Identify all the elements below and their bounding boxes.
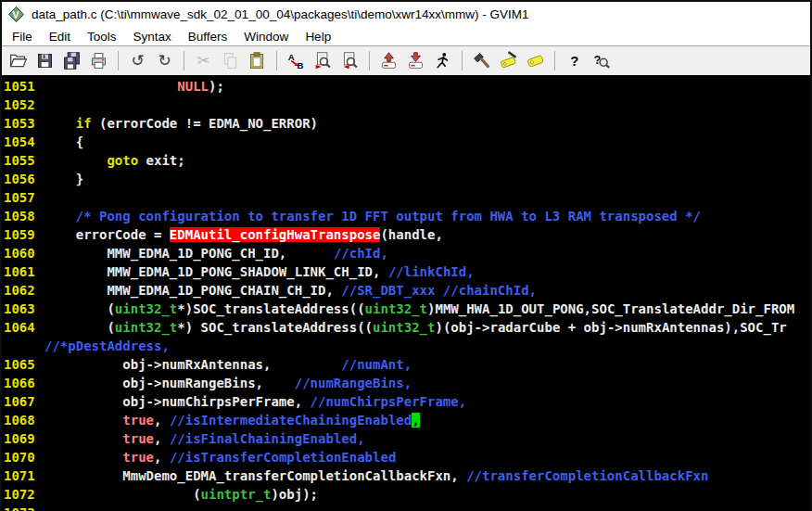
toolbar-button-save[interactable] [32,49,57,72]
toolbar-button-open[interactable] [6,49,31,72]
code-segment: //isIntermediateChainingEnabled [170,413,412,428]
code-area[interactable]: 1051 NULL);10521053 if (errorCode != EDM… [2,75,810,511]
toolbar-button-help[interactable]: ? [562,49,587,72]
line-number: 1069 [4,429,44,448]
run-script-icon [433,51,452,70]
line-number: 1066 [4,374,44,392]
code-segment: //numAnt, [341,357,412,372]
load-session-icon [379,51,399,70]
toolbar-button-run-script[interactable] [430,49,455,72]
toolbar-button-find-prev[interactable] [337,49,362,72]
code-segment: obj->numRangeBins, [44,376,295,390]
code-segment [44,209,76,224]
code-segment: errorCode = [44,227,170,242]
toolbar-button-jump-tag[interactable] [523,49,548,72]
toolbar-button-find-replace[interactable]: AB [284,49,309,72]
code-line: 1059 errorCode = EDMAutil_configHwaTrans… [2,225,810,244]
code-line: 1064 (uint32_t*) SOC_translateAddress((u… [2,318,810,337]
open-icon [8,51,28,70]
code-segment: //linkChId, [388,264,475,279]
toolbar-button-redo[interactable]: ↻ [152,49,177,72]
code-segment [44,116,76,131]
line-number: 1055 [4,151,44,170]
code-segment: goto [107,153,138,168]
menu-item-tools[interactable]: Tools [79,28,125,45]
code-line: 1053 if (errorCode != EDMA_NO_ERROR) [2,114,810,133]
code-segment: obj->numChirpsPerFrame, [44,394,311,409]
toolbar-button-save-session[interactable] [403,49,428,72]
code-segment: //numRangeBins, [295,376,412,390]
code-segment: //SR_DBT_xxx //chainChId, [341,283,537,298]
code-line: 1072 (uintptr_t)obj); [2,485,810,504]
line-number: 1062 [4,281,44,300]
code-segment [44,413,122,428]
line-number: 1064 [4,318,44,337]
code-segment: )(obj->radarCube + obj->numRxAntennas),S… [435,320,786,335]
code-line: 1055 goto exit; [2,151,810,170]
code-segment: , [154,413,170,428]
code-segment: uint32_t [365,301,427,316]
toolbar-button-load-session[interactable] [376,49,401,72]
code-segment: } [44,172,83,186]
code-segment [44,153,107,168]
toolbar-button-find-next[interactable] [311,49,336,72]
toolbar-separator [118,51,119,70]
code-segment: MMW_EDMA_1D_PONG_SHADOW_LINK_CH_ID, [44,264,388,279]
print-icon [89,51,108,70]
help-icon: ? [565,51,584,70]
code-line-wrap: //*pDestAddress, [2,337,810,355]
toolbar-button-build-tags[interactable] [496,49,521,72]
code-segment: )obj); [271,487,318,502]
svg-text:A: A [288,52,295,62]
code-segment: ( [44,320,115,335]
code-segment: true [122,413,154,428]
code-line: 1058 /* Pong configuration to transfer 1… [2,207,810,225]
save-session-icon [406,51,425,70]
line-number: 1073 [4,504,44,511]
line-number: 1054 [4,133,44,151]
title-bar[interactable]: V data_path.c (C:\ti\mmwave_sdk_02_01_00… [2,2,810,26]
toolbar-button-print[interactable] [86,49,111,72]
line-number: 1056 [4,170,44,188]
line-number: 1068 [4,411,44,429]
toolbar-button-find-help[interactable]: ? [589,49,614,72]
menu-item-syntax[interactable]: Syntax [125,28,180,45]
svg-text:?: ? [570,54,578,69]
menu-item-window[interactable]: Window [235,28,297,45]
toolbar-button-save-all[interactable] [59,49,84,72]
menu-bar: FileEditToolsSyntaxBuffersWindowHelp [2,26,810,45]
code-segment: uint32_t [115,320,177,335]
code-segment: uint32_t [373,320,435,335]
search-highlight: EDMAutil_configHwaTranspose [170,227,381,242]
code-line: 1063 (uint32_t*)SOC_translateAddress((ui… [2,300,810,318]
toolbar-button-make[interactable] [469,49,494,72]
toolbar-button-paste[interactable] [245,49,270,72]
toolbar-button-cut: ✂ [191,49,216,72]
code-line: 1070 true, //isTransferCompletionEnabled [2,448,810,466]
toolbar-separator [184,51,184,70]
code-segment: /* Pong configuration to transfer 1D FFT… [76,209,701,224]
menu-item-edit[interactable]: Edit [41,28,79,45]
line-number: 1070 [4,448,44,466]
line-number: 1065 [4,355,44,374]
code-segment [44,79,177,94]
line-number: 1072 [4,485,44,504]
code-line: 1061 MMW_EDMA_1D_PONG_SHADOW_LINK_CH_ID,… [2,262,810,281]
paste-icon [247,51,267,70]
code-segment: MMW_EDMA_1D_PONG_CH_ID, [44,246,334,261]
toolbar-button-undo[interactable]: ↺ [125,49,150,72]
code-line: 1056 } [2,170,810,188]
line-number: 1057 [4,188,44,207]
menu-item-buffers[interactable]: Buffers [180,28,236,45]
toolbar-separator [369,51,370,70]
code-line: 1051 NULL); [2,77,810,96]
code-segment: *)SOC_translateAddress(( [177,301,364,316]
code-line: 1071 MmwDemo_EDMA_transferCompletionCall… [2,466,810,485]
code-segment: , [154,431,170,446]
code-segment: , [154,450,170,465]
menu-item-help[interactable]: Help [297,28,339,45]
code-segment: ( [44,487,201,502]
toolbar-separator [554,51,555,70]
build-tags-icon [499,51,518,70]
menu-item-file[interactable]: File [4,28,41,45]
